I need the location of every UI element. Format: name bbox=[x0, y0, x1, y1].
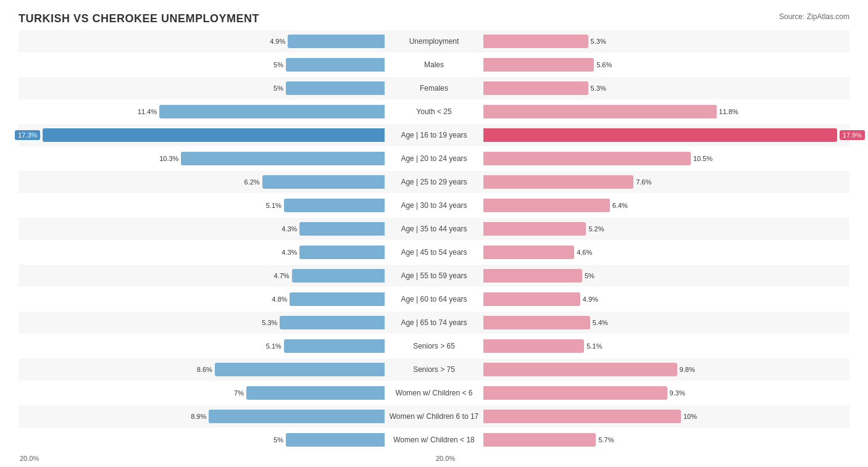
chart-row: 6.2% Age | 25 to 29 years 7.6% bbox=[19, 171, 849, 193]
turkish-value: 4.8% bbox=[272, 295, 287, 303]
bar-cherokee: 9.3% bbox=[483, 386, 667, 400]
bar-turkish: 4.9% bbox=[288, 35, 385, 48]
bar-cherokee: 17.9% bbox=[483, 128, 837, 142]
left-section: 11.4% bbox=[19, 101, 385, 123]
chart-row: 5.3% Age | 65 to 74 years 5.4% bbox=[19, 312, 849, 334]
cherokee-value: 5.2% bbox=[588, 225, 604, 233]
cherokee-value: 7.6% bbox=[636, 178, 651, 186]
chart-row: 4.8% Age | 60 to 64 years 4.9% bbox=[19, 288, 849, 310]
left-section: 7% bbox=[19, 382, 385, 404]
right-section: 4.9% bbox=[483, 288, 849, 310]
bar-cherokee: 5.7% bbox=[483, 433, 596, 447]
axis-right-label: 20.0% bbox=[436, 455, 455, 462]
row-label: Seniors > 65 bbox=[413, 342, 455, 350]
right-section: 17.9% bbox=[483, 124, 849, 146]
chart-row: 4.7% Age | 55 to 59 years 5% bbox=[19, 265, 849, 287]
row-label: Age | 25 to 29 years bbox=[401, 178, 467, 186]
right-section: 5.7% bbox=[483, 429, 849, 451]
right-section: 5.4% bbox=[483, 312, 849, 334]
bar-turkish: 8.9% bbox=[209, 410, 385, 423]
right-section: 5.6% bbox=[483, 54, 849, 76]
bar-cherokee: 5.4% bbox=[483, 316, 590, 329]
right-section: 9.8% bbox=[483, 358, 849, 381]
cherokee-value: 5.3% bbox=[591, 85, 606, 92]
bar-turkish: 8.6% bbox=[215, 363, 385, 376]
source-text: Source: ZipAtlas.com bbox=[779, 12, 849, 21]
turkish-value: 17.3% bbox=[15, 130, 40, 140]
left-section: 5.1% bbox=[19, 194, 385, 217]
right-section: 9.3% bbox=[483, 382, 849, 404]
turkish-value: 5% bbox=[273, 85, 283, 92]
chart-row: 4.3% Age | 45 to 54 years 4.6% bbox=[19, 241, 849, 263]
row-label: Unemployment bbox=[409, 37, 459, 46]
left-section: 5.1% bbox=[19, 335, 385, 357]
chart-row: 17.3% Age | 16 to 19 years 17.9% bbox=[19, 124, 849, 146]
turkish-value: 6.2% bbox=[244, 178, 260, 186]
cherokee-value: 5.6% bbox=[596, 61, 612, 68]
right-section: 4.6% bbox=[483, 241, 849, 263]
chart-row: 8.6% Seniors > 75 9.8% bbox=[19, 358, 849, 381]
cherokee-value: 11.8% bbox=[719, 108, 738, 115]
row-label: Age | 30 to 34 years bbox=[401, 201, 467, 210]
left-section: 5% bbox=[19, 429, 385, 451]
bar-turkish: 5% bbox=[286, 433, 385, 447]
turkish-value: 5.1% bbox=[266, 202, 282, 209]
chart-row: 4.9% Unemployment 5.3% bbox=[19, 30, 849, 52]
row-label: Seniors > 75 bbox=[413, 365, 455, 374]
left-section: 4.7% bbox=[19, 265, 385, 287]
bar-cherokee: 10% bbox=[483, 410, 681, 423]
right-section: 10.5% bbox=[483, 147, 849, 170]
axis-right: 20.0% bbox=[435, 455, 849, 462]
right-section: 5.1% bbox=[483, 335, 849, 357]
axis-row: 20.0% 20.0% bbox=[19, 455, 849, 462]
bar-turkish: 4.3% bbox=[299, 246, 385, 259]
turkish-value: 10.3% bbox=[159, 155, 178, 162]
turkish-value: 4.3% bbox=[282, 225, 297, 233]
axis-left: 20.0% bbox=[19, 455, 433, 462]
left-section: 17.3% bbox=[19, 124, 385, 146]
turkish-value: 5% bbox=[273, 436, 283, 444]
right-section: 11.8% bbox=[483, 101, 849, 123]
cherokee-value: 10.5% bbox=[693, 155, 712, 162]
chart-row: 5.1% Seniors > 65 5.1% bbox=[19, 335, 849, 357]
bar-cherokee: 5% bbox=[483, 269, 582, 283]
bar-cherokee: 4.6% bbox=[483, 246, 574, 259]
turkish-value: 8.9% bbox=[191, 413, 206, 420]
chart-area: 4.9% Unemployment 5.3% 5% Males bbox=[19, 30, 849, 451]
cherokee-value: 5.3% bbox=[591, 38, 606, 45]
right-section: 7.6% bbox=[483, 171, 849, 193]
bar-turkish: 6.2% bbox=[262, 175, 385, 189]
cherokee-value: 4.9% bbox=[583, 295, 598, 303]
cherokee-value: 10% bbox=[683, 413, 697, 420]
left-section: 4.3% bbox=[19, 241, 385, 263]
left-section: 5% bbox=[19, 77, 385, 99]
bar-cherokee: 9.8% bbox=[483, 363, 677, 376]
chart-title: TURKISH VS CHEROKEE UNEMPLOYMENT bbox=[19, 12, 259, 25]
turkish-value: 11.4% bbox=[138, 108, 157, 115]
bar-cherokee: 10.5% bbox=[483, 152, 691, 165]
bar-turkish: 5.1% bbox=[284, 339, 385, 353]
chart-row: 11.4% Youth < 25 11.8% bbox=[19, 101, 849, 123]
row-label: Youth < 25 bbox=[416, 107, 451, 116]
turkish-value: 5.3% bbox=[262, 319, 277, 326]
turkish-value: 4.9% bbox=[270, 38, 285, 45]
bar-cherokee: 11.8% bbox=[483, 105, 717, 118]
left-section: 4.3% bbox=[19, 218, 385, 240]
row-label: Age | 35 to 44 years bbox=[401, 225, 467, 233]
left-section: 4.9% bbox=[19, 30, 385, 52]
left-section: 10.3% bbox=[19, 147, 385, 170]
cherokee-value: 9.3% bbox=[670, 389, 685, 397]
bar-turkish: 5.1% bbox=[284, 199, 385, 212]
right-section: 10% bbox=[483, 405, 849, 428]
row-label: Age | 60 to 64 years bbox=[401, 295, 467, 304]
cherokee-value: 5% bbox=[585, 272, 595, 279]
bar-cherokee: 6.4% bbox=[483, 199, 610, 212]
bar-cherokee: 5.6% bbox=[483, 58, 594, 72]
turkish-value: 8.6% bbox=[197, 366, 212, 373]
chart-row: 10.3% Age | 20 to 24 years 10.5% bbox=[19, 147, 849, 170]
turkish-value: 5.1% bbox=[266, 342, 282, 350]
bar-turkish: 17.3% bbox=[43, 128, 385, 142]
chart-container: TURKISH VS CHEROKEE UNEMPLOYMENT Source:… bbox=[0, 0, 868, 467]
turkish-value: 5% bbox=[273, 61, 283, 68]
bar-cherokee: 5.1% bbox=[483, 339, 584, 353]
